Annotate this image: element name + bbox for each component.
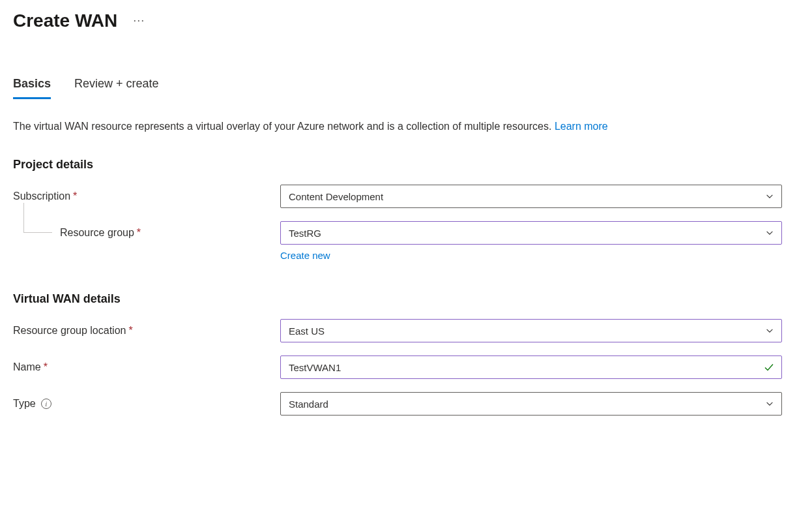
name-input[interactable] [280, 355, 782, 379]
tab-basics[interactable]: Basics [13, 77, 51, 99]
resource-group-label: Resource group [60, 227, 134, 239]
type-value: Standard [289, 399, 328, 410]
location-value: East US [289, 325, 325, 337]
resource-group-select[interactable]: TestRG [280, 221, 782, 245]
subscription-value: Content Development [289, 191, 383, 202]
subscription-label: Subscription [13, 190, 70, 202]
location-select[interactable]: East US [280, 319, 782, 342]
required-indicator: * [137, 227, 141, 239]
learn-more-link[interactable]: Learn more [555, 121, 608, 132]
tab-review-create[interactable]: Review + create [74, 77, 159, 99]
name-label: Name [13, 361, 41, 373]
description-text: The virtual WAN resource represents a vi… [13, 119, 795, 134]
info-icon[interactable]: i [41, 399, 51, 409]
resource-group-value: TestRG [289, 228, 321, 239]
required-indicator: * [128, 325, 132, 337]
description-body: The virtual WAN resource represents a vi… [13, 121, 555, 132]
tree-connector [23, 203, 52, 233]
required-indicator: * [73, 190, 77, 202]
more-actions-icon[interactable]: ··· [133, 14, 145, 27]
subscription-select[interactable]: Content Development [280, 185, 782, 208]
type-select[interactable]: Standard [280, 392, 782, 416]
create-new-resource-group-link[interactable]: Create new [280, 250, 330, 261]
location-label: Resource group location [13, 325, 126, 337]
tabs: Basics Review + create [13, 77, 799, 99]
page-title: Create WAN [13, 10, 117, 31]
section-heading-project-details: Project details [13, 158, 799, 172]
section-heading-vwan-details: Virtual WAN details [13, 292, 799, 306]
type-label: Type [13, 398, 36, 410]
required-indicator: * [44, 361, 48, 373]
